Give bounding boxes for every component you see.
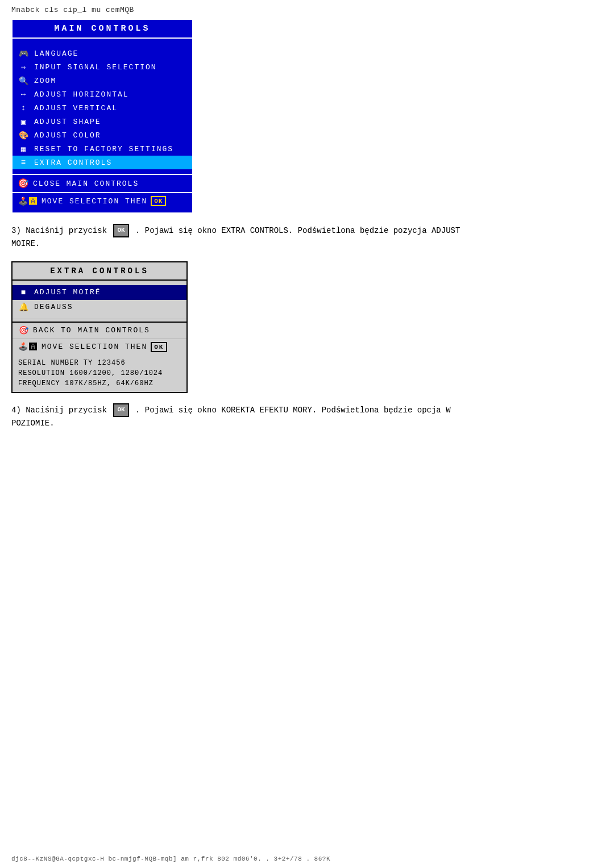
back-main-controls-label: BACK TO MAIN CONTROLS [33,326,150,335]
serial-number: SERIAL NUMBER TY 123456 [18,358,181,368]
language-icon: 🎮 [18,48,30,59]
adjust-vertical-label: ADJUST VERTICAL [34,104,118,112]
reset-factory-label: RESET TO FACTORY SETTINGS [34,145,173,153]
extra-move-row: 🕹️🅰 MOVE SELECTION THEN OK [13,339,186,355]
shape-icon: ▣ [18,116,30,127]
move-joystick-icons: 🕹️🅰 [18,197,38,206]
main-controls-body: 🎮 LANGUAGE ⇒ INPUT SIGNAL SELECTION 🔍 ZO… [13,39,192,212]
extra-controls-icon: ≡ [18,157,30,168]
instruction-3-before: 3) Naciśnij przycisk [11,226,107,235]
extra-controls-body: ■ ADJUST MOIRÉ 🔔 DEGAUSS 🎯 BACK TO MAIN … [13,281,186,392]
move-selection-row: 🕹️🅰 MOVE SELECTION THEN OK [13,192,192,209]
extra-divider [13,315,186,319]
adjust-horizontal-label: ADJUST HORIZONTAL [34,90,129,99]
panel-spacer-mid [13,169,192,174]
adjust-color-label: ADJUST COLOR [34,131,101,140]
menu-item-adjust-color[interactable]: 🎨 ADJUST COLOR [13,128,192,142]
moire-icon: ■ [18,287,30,298]
instruction-4-ok-inline: OK [113,403,128,417]
input-signal-icon: ⇒ [18,62,30,72]
instruction-4: 4) Naciśnij przycisk OK . Pojawi się okn… [11,403,489,429]
close-main-controls-label: CLOSE MAIN CONTROLS [33,180,139,188]
panel-spacer-top [13,42,192,47]
input-signal-label: INPUT SIGNAL SELECTION [34,63,157,72]
back-icon: 🎯 [18,326,30,336]
serial-info: SERIAL NUMBER TY 123456 RESOLUTION 1600/… [13,355,186,392]
language-label: LANGUAGE [34,49,78,58]
top-bar: Mnabck cls cip_l mu cemMQB [11,6,603,14]
adjust-shape-label: ADJUST SHAPE [34,118,101,126]
instruction-3-ok-inline: OK [113,224,128,237]
instruction-3: 3) Naciśnij przycisk OK . Pojawi się okn… [11,224,489,250]
extra-controls-label: EXTRA CONTROLS [34,158,112,167]
move-selection-label: MOVE SELECTION THEN [42,197,147,206]
menu-item-adjust-vertical[interactable]: ↕ ADJUST VERTICAL [13,101,192,115]
menu-item-language[interactable]: 🎮 LANGUAGE [13,47,192,60]
menu-item-zoom[interactable]: 🔍 ZOOM [13,74,192,87]
main-controls-title: MAIN CONTROLS [13,20,192,39]
extra-controls-title: EXTRA CONTROLS [13,262,186,281]
back-main-controls-row[interactable]: 🎯 BACK TO MAIN CONTROLS [13,322,186,339]
degauss-label: DEGAUSS [34,303,73,311]
frequency: FREQUENCY 107K/85HZ, 64K/60HZ [18,378,181,389]
factory-icon: ▦ [18,144,30,154]
extra-move-label: MOVE SELECTION THEN [42,343,147,351]
close-icon: 🎯 [18,178,30,189]
horizontal-icon: ↔ [18,89,30,99]
extra-move-icons: 🕹️🅰 [18,342,38,352]
resolution: RESOLUTION 1600/1200, 1280/1024 [18,368,181,378]
zoom-label: ZOOM [34,77,56,85]
instruction-4-before: 4) Naciśnij przycisk [11,405,107,414]
extra-spacer-top [13,281,186,285]
top-bar-text: Mnabck cls cip_l mu cemMQB [11,6,134,14]
menu-item-reset-factory[interactable]: ▦ RESET TO FACTORY SETTINGS [13,142,192,156]
bottom-bar: djc8--KzNS@GA-qcptgxc-H bc-nmjgf-MQB-mqb… [11,856,330,862]
degauss-icon: 🔔 [18,302,30,312]
menu-item-adjust-moire[interactable]: ■ ADJUST MOIRÉ [13,285,186,300]
extra-ok-box[interactable]: OK [151,342,167,352]
menu-item-extra-controls[interactable]: ≡ EXTRA CONTROLS [13,156,192,169]
ok-button[interactable]: OK [151,196,166,206]
menu-item-adjust-shape[interactable]: ▣ ADJUST SHAPE [13,115,192,128]
menu-item-adjust-horizontal[interactable]: ↔ ADJUST HORIZONTAL [13,87,192,101]
menu-item-degauss[interactable]: 🔔 DEGAUSS [13,300,186,315]
main-controls-panel: MAIN CONTROLS 🎮 LANGUAGE ⇒ INPUT SIGNAL … [11,19,193,214]
adjust-moire-label: ADJUST MOIRÉ [34,288,101,297]
close-main-controls-row[interactable]: 🎯 CLOSE MAIN CONTROLS [13,174,192,192]
color-icon: 🎨 [18,130,30,140]
extra-controls-panel: EXTRA CONTROLS ■ ADJUST MOIRÉ 🔔 DEGAUSS … [11,261,188,393]
bottom-bar-text: djc8--KzNS@GA-qcptgxc-H bc-nmjgf-MQB-mqb… [11,856,330,862]
zoom-icon: 🔍 [18,76,30,86]
menu-item-input-signal[interactable]: ⇒ INPUT SIGNAL SELECTION [13,60,192,74]
vertical-icon: ↕ [18,103,30,113]
